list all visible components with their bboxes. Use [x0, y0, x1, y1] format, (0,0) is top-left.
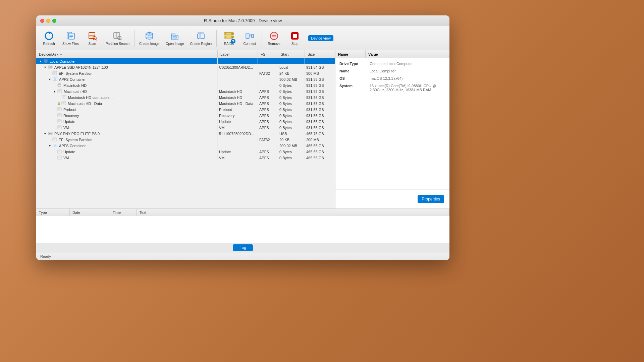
props-row: Drive TypeComputer,Local Computer	[338, 61, 447, 66]
tree-chevron[interactable]: ▼	[48, 78, 51, 81]
col-size[interactable]: Size	[305, 50, 335, 58]
device-start: Local	[278, 64, 305, 70]
props-row: OSmacOS 12.3.1 (x64)	[338, 76, 447, 81]
col-label[interactable]: Label	[218, 50, 258, 58]
device-start	[278, 58, 305, 64]
row-icon	[52, 137, 57, 142]
props-field-label: OS	[338, 76, 368, 81]
open-image-button[interactable]: Open Image	[163, 28, 187, 48]
row-icon	[48, 131, 53, 136]
partition-search-button[interactable]: Partition Search	[103, 28, 132, 48]
minimize-button[interactable]	[46, 19, 50, 23]
device-fs: APFS	[258, 119, 278, 124]
close-button[interactable]	[40, 19, 44, 23]
remove-label: Remove	[268, 42, 280, 46]
log-col-time[interactable]: Time	[110, 209, 137, 216]
svg-rect-61	[58, 109, 60, 110]
table-row[interactable]: ▼Local Computer	[36, 58, 335, 64]
table-row[interactable]: PrebootPrebootAPFS0 Bytes931.55 GB	[36, 107, 335, 113]
device-label: Macintosh HD	[218, 95, 258, 100]
refresh-button[interactable]: Refresh	[39, 28, 59, 48]
svg-rect-78	[54, 145, 56, 146]
log-body	[36, 216, 449, 243]
open-image-label: Open Image	[166, 42, 184, 46]
log-tab-bar: Log	[36, 243, 449, 252]
table-row[interactable]: RecoveryRecoveryAPFS0 Bytes931.55 GB	[36, 113, 335, 119]
svg-rect-54	[63, 96, 65, 97]
tree-chevron[interactable]: ▼	[44, 66, 47, 69]
table-row[interactable]: EFI System PartitionFAT3224 KB300 MB	[36, 70, 335, 76]
log-col-type[interactable]: Type	[36, 209, 70, 216]
log-col-text[interactable]: Text	[137, 209, 449, 216]
row-icon	[62, 95, 66, 100]
main-window: R-Studio for Mac 7.0.7009 - Device view …	[36, 15, 449, 260]
table-row[interactable]: ▼PNY PNY PRO ELITE PS 05111907250202DD..…	[36, 131, 335, 137]
row-icon	[53, 77, 57, 82]
table-row[interactable]: 🔒Macintosh HD - DataMacintosh HD - DataA…	[36, 101, 335, 107]
table-row[interactable]: ▼APFS Container300.02 MB931.55 GB	[36, 76, 335, 82]
row-icon	[57, 119, 62, 124]
left-panel: Device/Disk ▲ Label FS Start Size ▼Local…	[36, 50, 335, 208]
table-header: Device/Disk ▲ Label FS Start Size	[36, 50, 335, 58]
table-row[interactable]: UpdateUpdateAPFS0 Bytes931.55 GB	[36, 119, 335, 125]
row-icon	[57, 125, 62, 130]
device-size	[305, 58, 335, 64]
svg-point-40	[49, 66, 50, 67]
show-files-button[interactable]: Show Files	[60, 28, 82, 48]
row-icon	[61, 101, 66, 106]
device-label: Macintosh HD - Data	[218, 101, 258, 106]
remove-button[interactable]: Remove	[264, 28, 284, 48]
device-label: 5111907250202DD...	[218, 131, 258, 136]
create-region-button[interactable]: Create Region	[187, 28, 214, 48]
device-name: APPLE SSD AP1024N 1274.100	[54, 65, 108, 69]
svg-point-26	[225, 33, 226, 35]
device-name: APFS Container	[59, 77, 86, 81]
col-start[interactable]: Start	[278, 50, 305, 58]
table-row[interactable]: VMVMAPFS0 Bytes931.55 GB	[36, 125, 335, 131]
tree-chevron[interactable]: ▼	[39, 60, 42, 63]
row-icon	[57, 107, 62, 112]
device-size: 465.55 GB	[305, 149, 335, 155]
device-start: 0 Bytes	[278, 101, 305, 106]
table-row[interactable]: ▼APFS Container200.02 MB465.55 GB	[36, 143, 335, 149]
scan-button[interactable]: Scan	[82, 28, 102, 48]
log-col-date[interactable]: Date	[70, 209, 110, 216]
stop-button[interactable]: Stop	[285, 28, 305, 48]
col-device[interactable]: Device/Disk ▲	[36, 50, 218, 58]
device-name: Preboot	[63, 108, 76, 112]
table-row[interactable]: EFI System PartitionFAT3220 KB200 MB	[36, 137, 335, 143]
device-name: Local Computer	[50, 59, 76, 63]
device-size: 465.55 GB	[305, 143, 335, 148]
tree-chevron[interactable]: ▼	[44, 132, 47, 135]
table-row[interactable]: ▼APPLE SSD AP1024N 1274.100C02051300ARNJ…	[36, 64, 335, 70]
table-row[interactable]: UpdateUpdateAPFS0 Bytes465.55 GB	[36, 149, 335, 155]
device-name: VM	[63, 156, 69, 160]
tree-chevron[interactable]: ▼	[53, 90, 56, 93]
separator-1	[134, 30, 135, 47]
device-start: 300.02 MB	[278, 76, 305, 82]
col-fs[interactable]: FS	[258, 50, 278, 58]
svg-rect-46	[54, 78, 56, 80]
maximize-button[interactable]	[52, 19, 56, 23]
connect-button[interactable]: Connect	[239, 28, 260, 48]
row-icon	[52, 71, 57, 76]
table-row[interactable]: VMVMAPFS0 Bytes465.55 GB	[36, 155, 335, 161]
table-row[interactable]: Macintosh HD0 Bytes931.55 GB	[36, 82, 335, 88]
raids-button[interactable]: ▼ RAIDs	[219, 28, 239, 48]
device-fs: APFS	[258, 88, 278, 94]
svg-point-72	[49, 133, 50, 134]
row-icon	[53, 143, 57, 148]
properties-button[interactable]: Properties	[418, 195, 444, 203]
tree-chevron[interactable]: ▼	[48, 144, 51, 147]
table-row[interactable]: ▼Macintosh HDMacintosh HDAPFS0 Bytes931.…	[36, 88, 335, 95]
log-tab-button[interactable]: Log	[233, 244, 253, 251]
table-row[interactable]: Macintosh HD-com.apple....Macintosh HDAP…	[36, 95, 335, 101]
create-image-button[interactable]: Create Image	[137, 28, 162, 48]
device-size: 931.55 GB	[305, 107, 335, 112]
device-start: 0 Bytes	[278, 82, 305, 88]
toolbar: Refresh Show Files	[36, 26, 449, 50]
svg-rect-43	[53, 72, 56, 73]
device-size: 200 MB	[305, 137, 335, 142]
device-start: 0 Bytes	[278, 88, 305, 94]
device-fs	[258, 143, 278, 148]
